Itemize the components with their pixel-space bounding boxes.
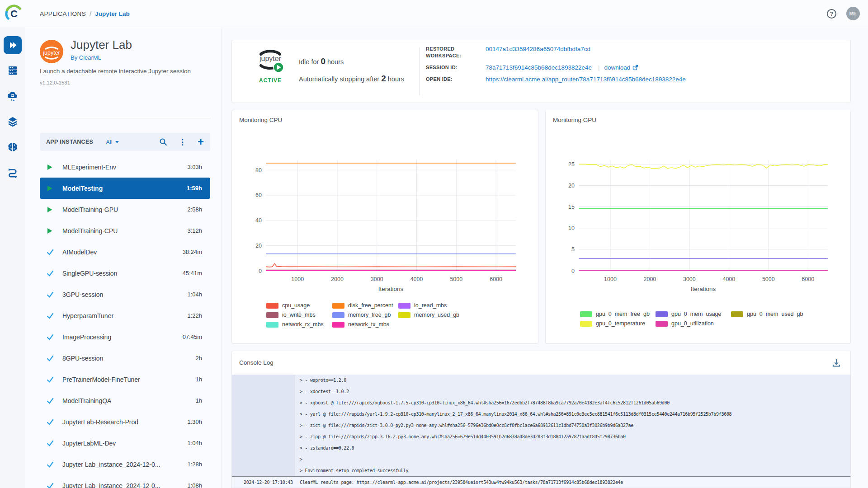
svg-text:10: 10 bbox=[568, 225, 575, 231]
legend-label: gpu_0_temperature bbox=[596, 320, 645, 327]
legend-swatch bbox=[398, 303, 410, 309]
console-log-row: > - xdoctest==1.0.2 bbox=[232, 386, 850, 397]
avatar[interactable]: RE bbox=[846, 7, 860, 20]
legend-item[interactable]: disk_free_percent bbox=[332, 302, 398, 309]
svg-text:25: 25 bbox=[568, 161, 575, 168]
monitoring-gpu-card: Monitoring GPU 0510152025100020003000400… bbox=[545, 110, 851, 344]
help-icon[interactable]: ? bbox=[827, 9, 836, 19]
legend-item[interactable]: memory_free_gb bbox=[332, 312, 398, 318]
app-instance-row[interactable]: JupyterLabML-Dev1:04h bbox=[40, 432, 210, 454]
field-label: SESSION ID: bbox=[426, 64, 486, 71]
log-text: ClearML results page: https://clearml-ap… bbox=[295, 477, 850, 488]
svg-text:6000: 6000 bbox=[490, 276, 502, 282]
app-instance-row[interactable]: ModelTrainingQA1h bbox=[40, 390, 210, 411]
legend-swatch bbox=[332, 312, 344, 318]
app-instance-row[interactable]: ImageProcessing07:45m bbox=[40, 326, 210, 347]
app-instance-row[interactable]: HyperparamTuner1:22h bbox=[40, 305, 210, 326]
svg-text:20: 20 bbox=[255, 243, 262, 249]
console-log-output[interactable]: > - wsproto==1.2.0> - xdoctest==1.0.2> -… bbox=[232, 375, 850, 488]
legend-label: network_tx_mbs bbox=[348, 321, 389, 328]
instance-name: HyperparamTuner bbox=[62, 312, 113, 319]
app-instances-header: APP INSTANCES All ⋮ + bbox=[40, 133, 210, 151]
app-instance-row[interactable]: ModelTraining-CPU3:12h bbox=[40, 220, 210, 241]
field-label: RESTORED WORKSPACE: bbox=[426, 46, 486, 59]
instance-duration: 1:30h bbox=[183, 418, 202, 425]
kebab-menu-icon[interactable]: ⋮ bbox=[179, 137, 186, 147]
launch-apps-icon[interactable] bbox=[4, 36, 22, 54]
field-value[interactable]: https://clearml.acme.ai/app_router/78a71… bbox=[486, 76, 686, 83]
clearml-logo[interactable]: C bbox=[4, 3, 24, 24]
app-instance-row[interactable]: Jupyter Lab_instance_2024-12-0...1:08h bbox=[40, 475, 210, 488]
legend-item[interactable]: gpu_0_mem_free_gb bbox=[580, 311, 656, 317]
instance-name: AIModelDev bbox=[62, 249, 97, 256]
app-instance-row[interactable]: AIModelDev38:24m bbox=[40, 241, 210, 263]
legend-label: gpu_0_mem_used_gb bbox=[747, 311, 803, 317]
legend-label: memory_used_gb bbox=[414, 312, 459, 318]
svg-text:0: 0 bbox=[259, 268, 262, 274]
instance-duration: 1:59h bbox=[182, 185, 202, 192]
svg-text:3000: 3000 bbox=[683, 276, 696, 282]
app-instance-row[interactable]: 8GPU-session2h bbox=[40, 347, 210, 369]
console-log-row: > - xgboost @ file:///rapids/xgboost-1.7… bbox=[232, 397, 850, 408]
completed-check-icon bbox=[46, 248, 54, 256]
app-instance-row[interactable]: Jupyter Lab_instance_2024-12-0...1:28h bbox=[40, 454, 210, 475]
layers-icon[interactable] bbox=[4, 113, 22, 131]
app-instance-row[interactable]: ModelTesting1:59h bbox=[40, 178, 210, 199]
svg-text:0: 0 bbox=[571, 268, 575, 274]
app-description: Launch a detachable remote interactive J… bbox=[40, 68, 191, 75]
svg-text:5000: 5000 bbox=[450, 276, 462, 282]
log-timestamp bbox=[232, 465, 295, 476]
app-instance-row[interactable]: JupyterLab-Research-Prod1:30h bbox=[40, 411, 210, 432]
gpu-chart[interactable]: 0510152025100020003000400050006000Iterat… bbox=[546, 110, 851, 298]
svg-text:2000: 2000 bbox=[644, 276, 656, 282]
log-text: > - yarl @ file:///rapids/yarl-1.9.2-cp3… bbox=[295, 408, 850, 420]
console-log-row: > bbox=[232, 454, 850, 465]
field-value[interactable]: 78a71713f6914c85b68dec1893822e4e bbox=[486, 64, 592, 71]
legend-item[interactable]: gpu_0_mem_usage bbox=[656, 311, 731, 317]
legend-item[interactable]: gpu_0_mem_used_gb bbox=[731, 311, 810, 317]
add-instance-button[interactable]: + bbox=[198, 137, 204, 146]
legend-item[interactable]: network_rx_mbs bbox=[266, 321, 332, 328]
cloud-gear-icon[interactable] bbox=[4, 87, 22, 105]
field-value[interactable]: 00147a1d33594286a65074dbfbdfa7cd bbox=[486, 46, 590, 59]
instance-name: ModelTraining-GPU bbox=[62, 206, 118, 213]
legend-item[interactable]: cpu_usage bbox=[266, 302, 332, 309]
log-timestamp bbox=[232, 454, 295, 465]
app-instance-row[interactable]: ModelTraining-GPU2:58h bbox=[40, 199, 210, 220]
download-workspace-link[interactable]: download bbox=[604, 64, 638, 71]
legend-item[interactable]: network_tx_mbs bbox=[332, 321, 398, 328]
app-instance-row[interactable]: MLExperiment-Env3:03h bbox=[40, 156, 210, 178]
app-instance-row[interactable]: SingleGPU-session45:41m bbox=[40, 263, 210, 284]
legend-swatch bbox=[332, 303, 344, 309]
breadcrumb-applications[interactable]: APPLICATIONS bbox=[40, 10, 86, 17]
console-log-row: > - zict @ file:///rapids/zict-3.0.0-py2… bbox=[232, 420, 850, 431]
idle-status-text: Idle for 0 hours bbox=[299, 56, 404, 66]
log-text: > - xgboost @ file:///rapids/xgboost-1.7… bbox=[295, 397, 850, 408]
app-instance-row[interactable]: PreTrainerModel-FineTuner1h bbox=[40, 369, 210, 390]
instance-name: MLExperiment-Env bbox=[62, 164, 116, 171]
svg-text:4000: 4000 bbox=[722, 276, 735, 282]
ai-brain-icon[interactable] bbox=[4, 138, 22, 156]
legend-item[interactable]: io_read_mbs bbox=[398, 302, 471, 309]
download-log-icon[interactable] bbox=[831, 358, 841, 368]
legend-item[interactable]: io_write_mbs bbox=[266, 312, 332, 318]
instance-duration: 1h bbox=[191, 376, 202, 383]
app-instance-row[interactable]: 3GPU-session1:04h bbox=[40, 284, 210, 305]
cpu-chart[interactable]: 020406080100020003000400050006000Iterati… bbox=[232, 110, 539, 298]
log-text: > - zict @ file:///rapids/zict-3.0.0-py2… bbox=[295, 420, 850, 431]
instances-filter-dropdown[interactable]: All bbox=[106, 139, 118, 145]
instance-duration: 45:41m bbox=[178, 270, 202, 277]
legend-item[interactable]: gpu_0_utilization bbox=[656, 320, 731, 327]
search-icon[interactable] bbox=[159, 138, 167, 146]
legend-swatch bbox=[580, 321, 592, 327]
completed-check-icon bbox=[46, 354, 54, 362]
legend-item[interactable]: gpu_0_temperature bbox=[580, 320, 656, 327]
svg-text:jupyter: jupyter bbox=[42, 50, 60, 56]
pipeline-icon[interactable] bbox=[4, 164, 22, 182]
by-clearml-link[interactable]: By ClearML bbox=[71, 54, 101, 61]
app-detail-panel: jupyter Jupyter Lab By ClearML Launch a … bbox=[25, 27, 222, 488]
legend-item[interactable]: memory_used_gb bbox=[398, 312, 471, 318]
completed-check-icon bbox=[46, 333, 54, 341]
session-field-row: RESTORED WORKSPACE:00147a1d33594286a6507… bbox=[426, 46, 686, 59]
servers-icon[interactable] bbox=[4, 61, 22, 80]
